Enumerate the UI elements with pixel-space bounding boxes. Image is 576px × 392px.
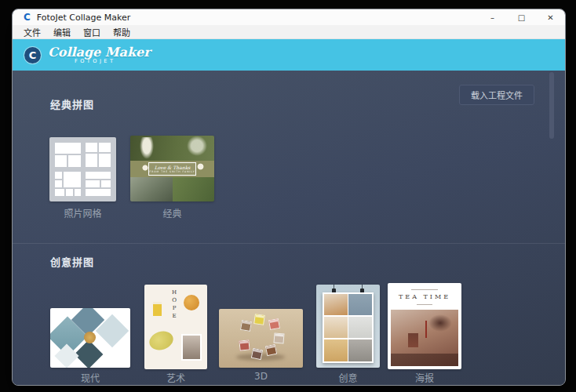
section-title-classic: 经典拼图 — [50, 96, 94, 111]
label-creative: 创意 — [316, 371, 380, 384]
label-modern: 现代 — [50, 371, 130, 384]
app-logo-icon: C — [24, 13, 31, 22]
art-shape — [153, 302, 162, 316]
menu-window[interactable]: 窗口 — [77, 26, 107, 38]
label-classic: 经典 — [130, 206, 214, 220]
brand-text: Collage Maker FOTOJET — [48, 45, 151, 64]
template-photo-grid[interactable] — [49, 137, 116, 201]
art-shape — [253, 314, 265, 325]
main-content: 载入工程文件 经典拼图 Love & Thanks FROM THE SMITH… — [13, 71, 565, 386]
template-3d[interactable] — [219, 309, 303, 368]
template-art[interactable]: HOPE — [144, 285, 207, 369]
art-shape — [251, 348, 263, 360]
brand-name: Collage Maker — [48, 45, 151, 59]
template-classic[interactable]: Love & Thanks FROM THE SMITH FAMILY — [130, 136, 214, 201]
art-shape — [147, 328, 176, 353]
label-photo-grid: 照片网格 — [49, 206, 116, 220]
art-shape — [417, 304, 432, 305]
art-shape — [265, 344, 277, 356]
template-poster[interactable]: TEA TIME — [388, 283, 461, 369]
template-modern[interactable] — [50, 308, 130, 368]
classic-caption-box: Love & Thanks FROM THE SMITH FAMILY — [148, 162, 196, 176]
minimize-button[interactable]: – — [478, 9, 507, 25]
menu-edit[interactable]: 编辑 — [47, 26, 77, 38]
maximize-button[interactable]: □ — [507, 9, 536, 25]
window-controls: – □ ✕ — [478, 9, 565, 25]
fotojet-logo-icon: C — [24, 47, 41, 64]
section-title-creative: 创意拼图 — [50, 254, 94, 269]
classic-subcaption: FROM THE SMITH FAMILY — [149, 170, 195, 173]
menu-bar: 文件 编辑 窗口 帮助 — [13, 25, 565, 39]
load-project-button[interactable]: 载入工程文件 — [459, 85, 534, 105]
window-title: FotoJet Collage Maker — [37, 13, 478, 23]
scrollbar-thumb[interactable] — [549, 72, 554, 139]
app-window: C FotoJet Collage Maker – □ ✕ 文件 编辑 窗口 帮… — [12, 9, 566, 386]
label-poster: 海报 — [388, 371, 461, 384]
template-creative[interactable] — [316, 285, 380, 368]
poster-caption: TEA TIME — [388, 293, 461, 300]
menu-help[interactable]: 帮助 — [107, 26, 137, 38]
art-shape — [239, 339, 250, 350]
art-shape — [273, 332, 284, 343]
art-shape — [84, 332, 96, 343]
art-shape — [323, 292, 374, 363]
menu-file[interactable]: 文件 — [17, 26, 47, 38]
classic-caption: Love & Thanks — [155, 165, 191, 170]
brand-header: C Collage Maker FOTOJET — [13, 39, 565, 71]
brand-subname: FOTOJET — [75, 59, 151, 64]
title-bar: C FotoJet Collage Maker – □ ✕ — [13, 9, 565, 25]
art-shape — [268, 318, 280, 330]
label-art: 艺术 — [144, 371, 207, 384]
art-caption: HOPE — [171, 289, 177, 327]
art-shape — [411, 289, 438, 290]
art-shape — [181, 334, 202, 361]
art-shape — [184, 295, 199, 310]
label-3d: 3D — [219, 371, 303, 382]
close-button[interactable]: ✕ — [536, 9, 565, 25]
section-divider — [13, 243, 565, 244]
art-shape — [240, 320, 252, 332]
art-shape — [391, 310, 458, 366]
